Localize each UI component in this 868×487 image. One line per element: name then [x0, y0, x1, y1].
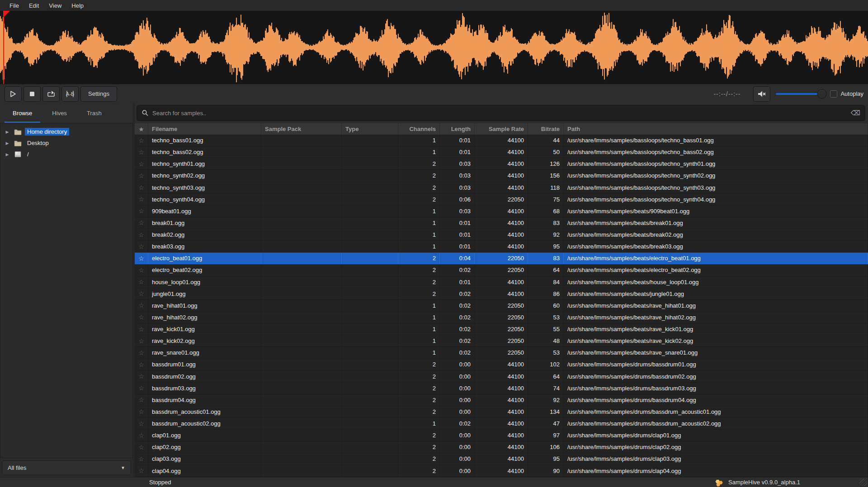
favorite-star-icon[interactable]: ☆: [135, 146, 148, 158]
favorite-star-icon[interactable]: ☆: [135, 371, 148, 382]
table-row[interactable]: ☆electro_beat01.ogg20:042205083/usr/shar…: [135, 253, 868, 264]
table-row[interactable]: ☆techno_bass01.ogg10:014410044/usr/share…: [135, 135, 868, 146]
favorite-column-header[interactable]: ★: [135, 123, 148, 135]
favorite-star-icon[interactable]: ☆: [135, 241, 148, 252]
favorite-star-icon[interactable]: ☆: [135, 394, 148, 406]
favorite-star-icon[interactable]: ☆: [135, 288, 148, 300]
favorite-star-icon[interactable]: ☆: [135, 335, 148, 347]
play-button[interactable]: [5, 86, 22, 102]
table-row[interactable]: ☆clap02.ogg20:0044100106/usr/share/lmms/…: [135, 441, 868, 453]
clear-search-icon[interactable]: ⌫: [851, 109, 860, 117]
column-header-sample-rate[interactable]: Sample Rate: [475, 123, 528, 135]
table-row[interactable]: ☆techno_synth04.ogg20:062205075/usr/shar…: [135, 194, 868, 206]
table-row[interactable]: ☆rave_kick01.ogg10:022205055/usr/share/l…: [135, 323, 868, 335]
favorite-star-icon[interactable]: ☆: [135, 312, 148, 323]
loop-ab-button[interactable]: A-B: [61, 86, 79, 102]
mute-button[interactable]: [753, 86, 770, 102]
column-header-channels[interactable]: Channels: [398, 123, 440, 135]
table-row[interactable]: ☆bassdrum_acoustic02.ogg10:024410047/usr…: [135, 418, 868, 430]
file-filter-dropdown[interactable]: All files ▼: [2, 460, 131, 475]
favorite-star-icon[interactable]: ☆: [135, 135, 148, 146]
column-header-sample-pack[interactable]: Sample Pack: [261, 123, 342, 135]
column-header-bitrate[interactable]: Bitrate: [528, 123, 564, 135]
favorite-star-icon[interactable]: ☆: [135, 359, 148, 370]
favorite-star-icon[interactable]: ☆: [135, 453, 148, 464]
tree-item-label: /: [25, 150, 31, 158]
table-row[interactable]: ☆bassdrum01.ogg20:0044100102/usr/share/l…: [135, 359, 868, 370]
stop-button[interactable]: [24, 86, 41, 102]
expander-icon[interactable]: ▶: [0, 152, 14, 157]
cell-path: /usr/share/lmms/samples/beats/rave_hihat…: [564, 312, 868, 323]
table-row[interactable]: ☆bassdrum03.ogg20:004410074/usr/share/lm…: [135, 383, 868, 394]
cell-length: 0:01: [440, 217, 475, 229]
waveform-canvas[interactable]: [0, 11, 868, 84]
tree-item-home-directory[interactable]: ▶ Home directory: [0, 126, 132, 137]
favorite-star-icon[interactable]: ☆: [135, 264, 148, 276]
table-row[interactable]: ☆rave_snare01.ogg10:022205053/usr/share/…: [135, 347, 868, 359]
menu-file[interactable]: File: [5, 1, 24, 10]
menu-edit[interactable]: Edit: [24, 1, 44, 10]
expander-icon[interactable]: ▶: [0, 130, 14, 134]
favorite-star-icon[interactable]: ☆: [135, 323, 148, 335]
favorite-star-icon[interactable]: ☆: [135, 383, 148, 394]
favorite-star-icon[interactable]: ☆: [135, 194, 148, 205]
favorite-star-icon[interactable]: ☆: [135, 441, 148, 453]
table-row[interactable]: ☆techno_bass02.ogg10:014410050/usr/share…: [135, 146, 868, 158]
column-header-filename[interactable]: Filename: [148, 123, 261, 135]
favorite-star-icon[interactable]: ☆: [135, 206, 148, 217]
favorite-star-icon[interactable]: ☆: [135, 229, 148, 240]
favorite-star-icon[interactable]: ☆: [135, 406, 148, 417]
table-row[interactable]: ☆techno_synth02.ogg20:0344100156/usr/sha…: [135, 170, 868, 182]
table-row[interactable]: ☆rave_kick02.ogg10:022205048/usr/share/l…: [135, 335, 868, 347]
favorite-star-icon[interactable]: ☆: [135, 182, 148, 193]
tab-hives[interactable]: Hives: [42, 103, 77, 123]
favorite-star-icon[interactable]: ☆: [135, 418, 148, 429]
table-row[interactable]: ☆electro_beat02.ogg20:022205064/usr/shar…: [135, 264, 868, 276]
tab-browse[interactable]: Browse: [3, 103, 42, 123]
menu-view[interactable]: View: [44, 1, 66, 10]
tab-trash[interactable]: Trash: [77, 103, 112, 123]
table-row[interactable]: ☆clap04.ogg20:004410090/usr/share/lmms/s…: [135, 465, 868, 477]
cell-bitrate: 134: [528, 406, 564, 417]
cell-sample-rate: 44100: [475, 206, 528, 217]
column-header-path[interactable]: Path: [564, 123, 868, 135]
favorite-star-icon[interactable]: ☆: [135, 217, 148, 229]
table-row[interactable]: ☆house_loop01.ogg20:014410084/usr/share/…: [135, 276, 868, 288]
table-row[interactable]: ☆clap03.ogg20:004410095/usr/share/lmms/s…: [135, 453, 868, 465]
column-header-type[interactable]: Type: [342, 123, 398, 135]
autoplay-checkbox[interactable]: [830, 90, 837, 98]
menu-help[interactable]: Help: [66, 1, 89, 10]
table-row[interactable]: ☆rave_hihat01.ogg10:022205060/usr/share/…: [135, 300, 868, 312]
volume-slider-handle[interactable]: [817, 89, 827, 98]
favorite-star-icon[interactable]: ☆: [135, 300, 148, 311]
volume-slider[interactable]: [776, 93, 824, 95]
favorite-star-icon[interactable]: ☆: [135, 170, 148, 181]
table-row[interactable]: ☆techno_synth01.ogg20:0344100126/usr/sha…: [135, 158, 868, 170]
table-row[interactable]: ☆rave_hihat02.ogg10:022205053/usr/share/…: [135, 312, 868, 323]
favorite-star-icon[interactable]: ☆: [135, 465, 148, 477]
resize-grip[interactable]: [859, 478, 867, 486]
favorite-star-icon[interactable]: ☆: [135, 158, 148, 169]
expander-icon[interactable]: ▶: [0, 141, 14, 145]
table-row[interactable]: ☆jungle01.ogg20:024410086/usr/share/lmms…: [135, 288, 868, 300]
table-row[interactable]: ☆bassdrum04.ogg20:004410092/usr/share/lm…: [135, 394, 868, 406]
table-row[interactable]: ☆break03.ogg10:014410095/usr/share/lmms/…: [135, 241, 868, 253]
table-row[interactable]: ☆bassdrum_acoustic01.ogg20:0044100134/us…: [135, 406, 868, 418]
table-row[interactable]: ☆909beat01.ogg10:034410068/usr/share/lmm…: [135, 206, 868, 217]
table-row[interactable]: ☆clap01.ogg20:004410097/usr/share/lmms/s…: [135, 430, 868, 441]
tree-item-root[interactable]: ▶ /: [0, 149, 132, 160]
settings-button[interactable]: Settings: [80, 86, 117, 102]
favorite-star-icon[interactable]: ☆: [135, 430, 148, 441]
table-row[interactable]: ☆break02.ogg10:014410092/usr/share/lmms/…: [135, 229, 868, 241]
column-header-length[interactable]: Length: [440, 123, 475, 135]
tree-item-desktop[interactable]: ▶ Desktop: [0, 137, 132, 149]
favorite-star-icon[interactable]: ☆: [135, 347, 148, 358]
loop-button[interactable]: [42, 86, 60, 102]
table-row[interactable]: ☆break01.ogg10:014410083/usr/share/lmms/…: [135, 217, 868, 229]
cell-channels: 2: [398, 264, 440, 276]
favorite-star-icon[interactable]: ☆: [135, 276, 148, 288]
search-input[interactable]: [152, 110, 851, 117]
favorite-star-icon[interactable]: ☆: [135, 253, 148, 264]
table-row[interactable]: ☆bassdrum02.ogg20:004410064/usr/share/lm…: [135, 371, 868, 383]
table-row[interactable]: ☆techno_synth03.ogg20:0344100118/usr/sha…: [135, 182, 868, 194]
